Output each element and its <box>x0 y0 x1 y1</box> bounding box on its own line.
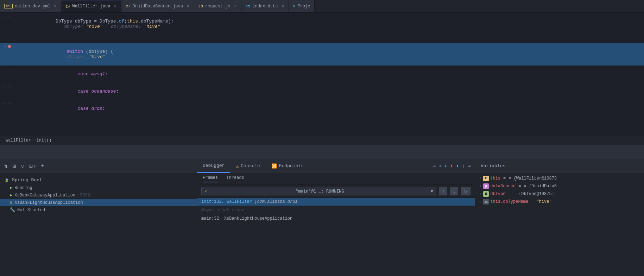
line-num-1: ··· <box>4 14 11 18</box>
frames-tab[interactable]: Frames <box>203 175 218 182</box>
var-expand-dbtypename[interactable]: › <box>479 199 482 204</box>
tab-label-proj: Proje <box>297 4 310 9</box>
variables-header: Variables <box>475 159 644 173</box>
frame-up-btn[interactable]: ↑ <box>439 187 447 195</box>
var-row-dbtypename[interactable]: › oo this.dbTypeName = "hive" <box>475 198 644 206</box>
tab-icon-java-wall-filter: C⚡ <box>65 4 70 9</box>
thread-dropdown[interactable]: ✓ "main"@1 …: RUNNING ▼ <box>201 187 436 195</box>
toolbar-icon-filter[interactable]: ▽ <box>21 163 24 170</box>
debug-hint-switch: dbType: "hive" <box>59 54 106 59</box>
var-expand-this[interactable]: › <box>479 176 482 181</box>
var-row-datasource[interactable]: › p dataSource = = {DruidDataS <box>475 182 644 190</box>
async-frame-loc: main:32, XsBankLightHouseApplication <box>201 216 292 221</box>
not-started-label: Not Started <box>17 208 45 213</box>
var-val-dbtype: = {DbType@10875} <box>514 192 554 196</box>
tab-request-js[interactable]: JS request.js × <box>194 0 242 12</box>
tab-icon-ts-index: TS <box>246 4 250 8</box>
breadcrumb-method[interactable]: init() <box>36 138 51 143</box>
tab-close-druid-ds[interactable]: × <box>187 4 189 9</box>
frame-class: (com.alibaba.drui <box>254 199 297 204</box>
thread-dropdown-arrow: ▼ <box>431 189 433 194</box>
tab-bar: YML cation-dev.yml × C⚡ WallFilter.java … <box>0 0 644 13</box>
async-trace-text: Async stack trace <box>201 208 244 213</box>
debug-toolbar: ⇅ ⊞ ▽ ⊞+ + <box>0 159 197 173</box>
thread-dropdown-label: "main"@1 …: RUNNING <box>296 189 344 194</box>
toolbar-icon-sort[interactable]: ⇅ <box>4 163 8 170</box>
var-expand-datasource[interactable]: › <box>479 184 482 189</box>
debug-icon-extra[interactable]: ⇥ <box>468 163 471 169</box>
frame-down-btn[interactable]: ↓ <box>450 187 458 195</box>
tab-close-cation-dev[interactable]: × <box>54 4 57 9</box>
spacer <box>0 145 644 159</box>
tab-label-druid-ds: DruidDataSource.java <box>132 4 183 9</box>
tab-close-request-js[interactable]: × <box>234 4 237 9</box>
tab-debugger[interactable]: Debugger <box>197 159 230 173</box>
tab-endpoints[interactable]: 🔀 Endpoints <box>266 159 309 173</box>
xs-bank-gateway-item[interactable]: ▶ XsBankGatewayApplication :9999, <box>0 192 197 199</box>
tab-index-d-ts[interactable]: TS index.d.ts × <box>241 0 289 12</box>
var-eq-dbtype: = <box>508 192 511 196</box>
frame-row-async[interactable]: main:32, XsBankLightHouseApplication <box>197 215 475 222</box>
var-row-dbtype[interactable]: › E dbType = = {DbType@10875} <box>475 190 644 198</box>
breakpoint-dot[interactable] <box>8 45 11 48</box>
frame-filter-btn[interactable]: ▽ <box>461 187 471 195</box>
threads-tab[interactable]: Threads <box>226 175 244 182</box>
breadcrumb-class[interactable]: WallFilter <box>6 138 31 143</box>
tab-endpoints-label: Endpoints <box>279 163 304 169</box>
code-line-empty: ··· <box>0 35 644 43</box>
var-val-this: = {WallFilter@10873 <box>509 176 557 181</box>
var-name-dbtypename: this.dbTypeName <box>490 199 528 204</box>
var-row-this[interactable]: › E this = = {WallFilter@10873 <box>475 175 644 182</box>
var-eq-datasource: = <box>518 184 521 189</box>
code-line-case-oceanbase: ··· case oceanbase: <box>0 83 644 100</box>
toolbar-icon-add-frame[interactable]: ⊞+ <box>29 163 36 170</box>
tab-close-index-d-ts[interactable]: × <box>281 4 284 9</box>
toolbar-icon-grid[interactable]: ⊞ <box>13 163 16 170</box>
debug-icon-step-over[interactable]: ⬇ <box>450 163 453 169</box>
code-line-case-drds: ··· case drds: <box>0 100 644 117</box>
debug-tab-bar: Debugger ⚠ Console 🔀 Endpoints ≡ ⬆ ⬇ ⬇ ⬆… <box>197 159 475 173</box>
gateway-play-icon: ▶ <box>10 193 12 198</box>
right-variables-panel: Variables › E this = = {WallFilter@10873… <box>475 159 644 276</box>
running-play-icon: ▶ <box>10 185 12 190</box>
var-icon-datasource: p <box>483 183 489 189</box>
tab-close-wall-filter[interactable]: × <box>114 4 117 9</box>
var-icon-dbtypename: oo <box>483 199 489 205</box>
middle-debug-panel: Debugger ⚠ Console 🔀 Endpoints ≡ ⬆ ⬇ ⬇ ⬆… <box>197 159 475 276</box>
tab-cation-dev[interactable]: YML cation-dev.yml × <box>0 0 61 12</box>
not-started-item[interactable]: 🔧 Not Started <box>0 206 197 214</box>
frame-row-active[interactable]: init:132, WallFilter (com.alibaba.drui <box>197 198 475 206</box>
debug-icon-resume[interactable]: ⬆ <box>438 163 441 169</box>
debug-icon-menu[interactable]: ≡ <box>433 163 436 169</box>
var-val-dbtypename: "hive" <box>536 199 551 204</box>
debug-icon-download[interactable]: ⬇ <box>444 163 447 169</box>
lighthouse-app-name: XsBankLightHouseApplication <box>14 200 83 205</box>
code-content-switch: switch (dbType) { dbType: "hive" <box>21 44 644 65</box>
tab-wall-filter[interactable]: C⚡ WallFilter.java × <box>61 0 121 12</box>
var-icon-this: E <box>483 176 489 181</box>
var-name-datasource: dataSource <box>490 184 516 189</box>
var-expand-dbtype[interactable]: › <box>479 192 482 196</box>
frame-name: init:132, WallFilter <box>201 199 254 204</box>
debug-icon-step-out[interactable]: ⬆ <box>456 163 459 169</box>
tab-icon-java-druid: C⚡ <box>126 4 130 8</box>
frames-threads-header: Frames Threads <box>197 173 475 185</box>
left-debug-panel: ⇅ ⊞ ▽ ⊞+ + 🍃 Spring Boot ▶ Running ▶ XsB… <box>0 159 197 276</box>
tab-icon-js-request: JS <box>198 4 203 8</box>
tab-console[interactable]: ⚠ Console <box>230 159 265 173</box>
running-label[interactable]: ▶ Running <box>0 184 197 192</box>
variables-title: Variables <box>481 163 505 169</box>
xs-bank-lighthouse-item[interactable]: ⚙ XsBankLightHouseApplication <box>0 199 197 206</box>
tab-druid-ds[interactable]: C⚡ DruidDataSource.java × <box>121 0 194 12</box>
variables-list: › E this = = {WallFilter@10873 › p dataS… <box>475 173 644 276</box>
code-line-case-mysql: ··· case mysql: <box>0 65 644 83</box>
tab-proj[interactable]: V Proje <box>289 0 315 12</box>
debug-icon-alt[interactable]: ↕ <box>462 163 465 169</box>
bottom-panel: ⇅ ⊞ ▽ ⊞+ + 🍃 Spring Boot ▶ Running ▶ XsB… <box>0 159 644 276</box>
debug-toolbar-icons: ≡ ⬆ ⬇ ⬇ ⬆ ↕ ⇥ <box>433 159 475 173</box>
spring-icon: 🍃 <box>4 178 9 182</box>
tab-debugger-label: Debugger <box>203 163 225 168</box>
lighthouse-spin-icon: ⚙ <box>10 200 12 205</box>
code-line-switch: → switch (dbType) { dbType: "hive" <box>0 43 644 65</box>
toolbar-icon-plus[interactable]: + <box>41 163 44 169</box>
